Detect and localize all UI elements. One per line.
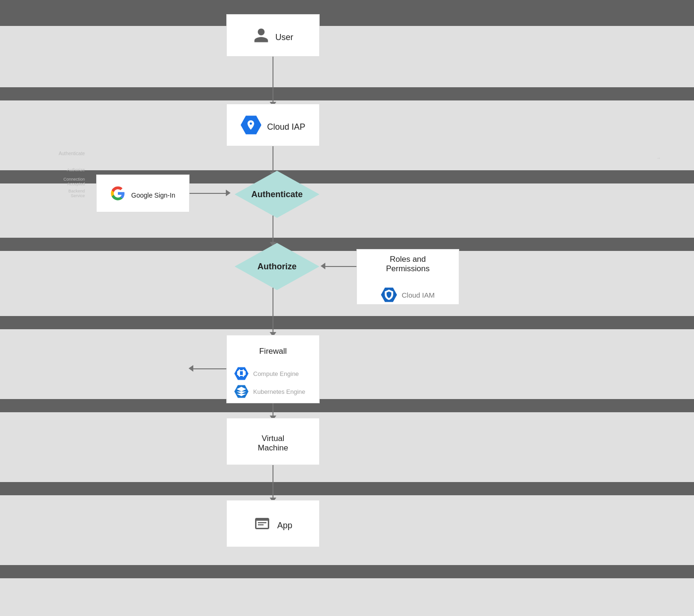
side-text-backend: BackendService — [19, 189, 85, 198]
virtual-machine-card: Virtual Machine — [226, 418, 320, 465]
band-light-1 — [0, 26, 694, 87]
firewall-card: Firewall Compute Engine Kubernetes Engin… — [226, 335, 320, 403]
side-text-connection: ConnectionAccepted — [19, 177, 85, 186]
svg-rect-1 — [258, 524, 264, 525]
compute-engine-icon — [234, 366, 248, 381]
user-card: User — [226, 14, 320, 57]
arrow-iap-down — [273, 146, 273, 174]
compute-engine-label: Compute Engine — [253, 370, 299, 377]
person-icon — [253, 27, 270, 44]
google-logo-icon — [110, 186, 125, 201]
arrow-authorize-down — [273, 288, 273, 333]
virtual-machine-label: Virtual Machine — [258, 434, 288, 453]
authorize-diamond: Authorize — [231, 245, 323, 288]
arrowhead-firewall-return — [189, 365, 193, 372]
authenticate-shape — [235, 171, 320, 218]
band-light-6 — [0, 412, 694, 482]
band-light-5 — [0, 329, 694, 399]
cloud-iam-icon — [381, 287, 397, 303]
firewall-label: Firewall — [234, 347, 312, 356]
side-text-authorize: Authorize — [19, 167, 85, 172]
user-label: User — [275, 33, 293, 42]
arrow-firewall-return — [193, 368, 226, 369]
band-light-4 — [0, 251, 694, 316]
google-signin-card: Google Sign-In — [96, 175, 190, 212]
authorize-shape — [235, 243, 320, 290]
arrow-user-to-iap — [273, 57, 273, 104]
arrow-auth-down — [273, 216, 273, 244]
band-light-8 — [0, 578, 694, 616]
band-dark-2 — [0, 87, 694, 100]
authenticate-diamond: Authenticate — [231, 173, 323, 216]
band-dark-8 — [0, 565, 694, 578]
roles-title: Roles and Permissions — [386, 255, 430, 274]
cloud-iam-label: Cloud IAM — [402, 291, 435, 299]
kubernetes-engine-label: Kubernetes Engine — [253, 388, 306, 395]
arrow-roles-to-authorize — [324, 266, 356, 267]
kubernetes-engine-icon — [234, 384, 248, 399]
svg-rect-0 — [258, 522, 266, 523]
band-dark-5 — [0, 316, 694, 329]
cloud-iap-icon — [240, 115, 261, 135]
compute-engine-row: Compute Engine — [234, 366, 299, 381]
arrowhead-google-right — [226, 190, 231, 196]
arrowhead-roles-left — [321, 263, 325, 269]
diagram: User Cloud IAP Google Sign-In Authentica… — [0, 0, 694, 616]
side-text-authenticate: Authenticate — [19, 151, 85, 156]
band-dark-top — [0, 0, 694, 26]
google-signin-label: Google Sign-In — [131, 191, 175, 199]
side-text-right: → — [656, 156, 685, 160]
band-light-7 — [0, 495, 694, 565]
cloud-iap-label: Cloud IAP — [267, 122, 305, 132]
kubernetes-engine-row: Kubernetes Engine — [234, 384, 306, 399]
arrow-google-to-auth — [190, 193, 227, 194]
roles-permissions-box: Roles and Permissions Cloud IAM — [356, 249, 459, 305]
band-dark-7 — [0, 482, 694, 495]
arrow-vm-down — [273, 465, 273, 499]
cloud-iap-card: Cloud IAP — [226, 104, 320, 146]
app-card: App — [226, 500, 320, 547]
app-icon — [254, 515, 271, 532]
band-dark-4 — [0, 238, 694, 251]
cloud-iam-row: Cloud IAM — [381, 287, 435, 303]
band-dark-6 — [0, 399, 694, 412]
app-label: App — [277, 521, 292, 531]
band-light-2 — [0, 100, 694, 170]
